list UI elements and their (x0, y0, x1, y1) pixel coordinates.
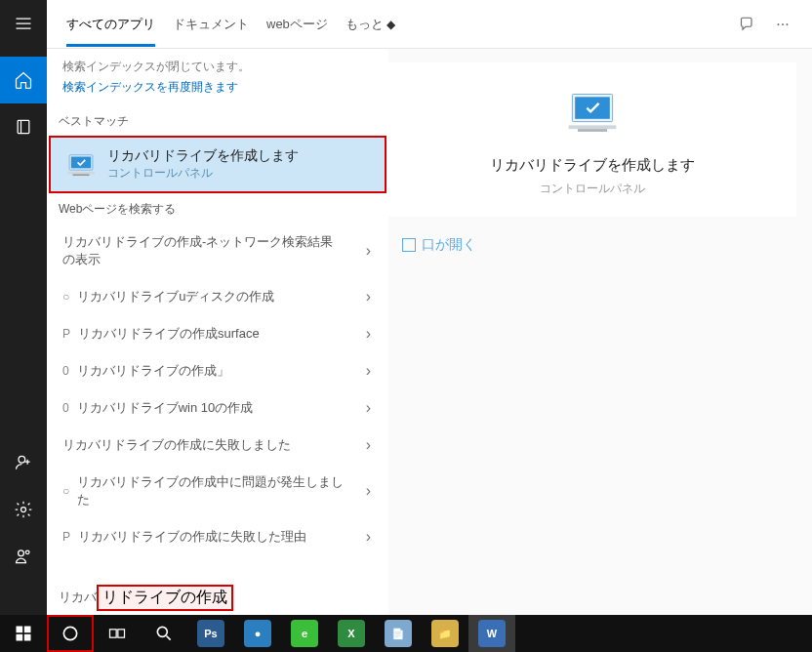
tab-more-label: もっと (345, 17, 384, 31)
person-add-icon[interactable] (0, 439, 47, 486)
svg-rect-0 (18, 120, 29, 133)
web-result-text: リカバリドライブの作成surface (78, 325, 260, 343)
book-icon[interactable] (0, 103, 47, 150)
taskbar-app-excel[interactable]: X (328, 615, 375, 652)
web-result-prefix: 0 (62, 364, 69, 378)
photoshop-icon: Ps (197, 620, 224, 647)
svg-point-17 (63, 627, 76, 639)
task-view-button[interactable] (94, 615, 141, 652)
web-result-text: リカバリドライブの作成中に問題が発生しました (77, 473, 345, 509)
word-icon: W (478, 620, 506, 647)
svg-point-3 (19, 550, 24, 556)
search-box[interactable]: リカバ リドライブの作成 (47, 580, 388, 615)
web-result-prefix: ○ (62, 484, 69, 498)
svg-rect-10 (575, 97, 610, 119)
ellipsis-icon[interactable]: ··· (773, 15, 792, 34)
recovery-drive-icon (64, 151, 98, 179)
web-result-item[interactable]: ○リカバリドライブの作成中に問題が発生しました› (47, 464, 388, 518)
home-icon[interactable] (0, 57, 47, 103)
cortana-search-button[interactable] (47, 615, 94, 652)
ie-icon: e (291, 620, 318, 647)
chevron-right-icon: › (366, 288, 371, 306)
best-match-subtitle: コントロールパネル (107, 165, 299, 182)
web-result-item[interactable]: Pリカバリドライブの作成に失敗した理由› (47, 518, 388, 555)
svg-rect-16 (24, 634, 31, 641)
best-match-title: リカバリドライブを作成します (107, 147, 299, 165)
taskbar-app-explorer[interactable]: 📁 (422, 615, 468, 652)
svg-rect-18 (110, 630, 117, 637)
web-result-item[interactable]: 0リカバリドライブwin 10の作成› (47, 389, 388, 427)
svg-point-1 (19, 456, 25, 463)
web-result-item[interactable]: リカバリドライブの作成-ネットワーク検索結果の表示› (47, 224, 388, 278)
taskbar-app-360browser[interactable]: ● (234, 615, 281, 652)
preview-card: リカバリドライブを作成します コントロールパネル (388, 62, 796, 217)
taskbar-app-notepad[interactable]: 📄 (375, 615, 422, 652)
web-result-text: リカバリドライブの作成に失敗した理由 (78, 528, 306, 546)
web-result-text: リカバリドライブの作成-ネットワーク検索結果の表示 (62, 233, 345, 268)
preview-action-label: 口が開く (422, 236, 476, 254)
360browser-icon: ● (244, 620, 271, 647)
gear-icon[interactable] (0, 486, 47, 533)
tab-more[interactable]: もっと ◆ (345, 2, 396, 46)
feedback-icon[interactable] (736, 15, 755, 34)
taskbar-app-photoshop[interactable]: Ps (187, 615, 234, 652)
start-button[interactable] (0, 615, 47, 652)
chevron-right-icon: › (366, 362, 371, 380)
svg-point-20 (157, 627, 167, 636)
web-result-item[interactable]: Pリカバリドライブの作成surface› (47, 315, 388, 352)
preview-open-action[interactable]: 口が開く (402, 236, 796, 254)
web-result-text: リカバリドライブの作成に失敗しました (62, 436, 291, 454)
tab-all-apps[interactable]: すべてのアプリ (66, 2, 155, 46)
top-tabs: すべてのアプリ ドキュメント webページ もっと ◆ ··· (47, 0, 812, 49)
web-result-text: リカバリドライブuディスクの作成 (77, 288, 274, 306)
open-square-icon (402, 238, 416, 252)
svg-rect-13 (17, 627, 23, 633)
hamburger-icon[interactable] (0, 0, 47, 47)
svg-rect-7 (67, 171, 94, 174)
tab-web[interactable]: webページ (266, 2, 328, 46)
web-result-item[interactable]: リカバリドライブの作成に失敗しました› (47, 427, 388, 464)
section-search-web: Webページを検索する (47, 193, 388, 224)
web-result-prefix: 0 (62, 401, 69, 415)
preview-subtitle: コントロールパネル (540, 181, 645, 197)
taskbar: Ps●eX📄📁W (0, 615, 812, 652)
preview-monitor-icon (563, 92, 622, 141)
svg-rect-15 (17, 634, 23, 641)
preview-title: リカバリドライブを作成します (490, 156, 695, 175)
chevron-right-icon: › (366, 436, 371, 454)
svg-rect-11 (569, 125, 617, 129)
people-icon[interactable] (0, 533, 47, 580)
best-match-item[interactable]: リカバリドライブを作成します コントロールパネル (49, 136, 386, 193)
svg-rect-6 (71, 156, 91, 168)
section-best-match: ベストマッチ (47, 105, 388, 136)
index-reopen-link[interactable]: 検索インデックスを再度開きます (47, 79, 388, 105)
svg-point-2 (21, 508, 26, 512)
chevron-right-icon: › (366, 242, 371, 260)
svg-rect-12 (578, 129, 607, 132)
explorer-icon: 📁 (431, 620, 459, 647)
taskbar-app-ie[interactable]: e (281, 615, 328, 652)
svg-rect-8 (73, 174, 90, 176)
web-result-text: リカバリドライブの作成」 (77, 362, 229, 380)
web-result-prefix: P (62, 327, 70, 341)
svg-rect-14 (24, 627, 31, 633)
web-result-text: リカバリドライブwin 10の作成 (77, 399, 254, 417)
taskbar-app-word[interactable]: W (468, 615, 515, 652)
left-rail (0, 0, 47, 615)
web-result-item[interactable]: ○リカバリドライブuディスクの作成› (47, 278, 388, 315)
notepad-icon: 📄 (385, 620, 412, 647)
chevron-right-icon: › (366, 482, 371, 500)
chevron-right-icon: › (366, 325, 371, 343)
tab-more-indicator: ◆ (386, 18, 395, 31)
chevron-right-icon: › (366, 399, 371, 417)
web-result-prefix: ○ (62, 290, 69, 304)
web-result-prefix: P (62, 530, 70, 544)
web-result-item[interactable]: 0リカバリドライブの作成」› (47, 352, 388, 389)
search-query-prefix: リカバ (59, 589, 97, 606)
svg-point-4 (25, 550, 29, 554)
tab-document[interactable]: ドキュメント (173, 2, 249, 46)
magnifier-button[interactable] (141, 615, 187, 652)
index-warning: 検索インデックスが閉じています。 (47, 49, 388, 79)
chevron-right-icon: › (366, 528, 371, 546)
excel-icon: X (338, 620, 365, 647)
